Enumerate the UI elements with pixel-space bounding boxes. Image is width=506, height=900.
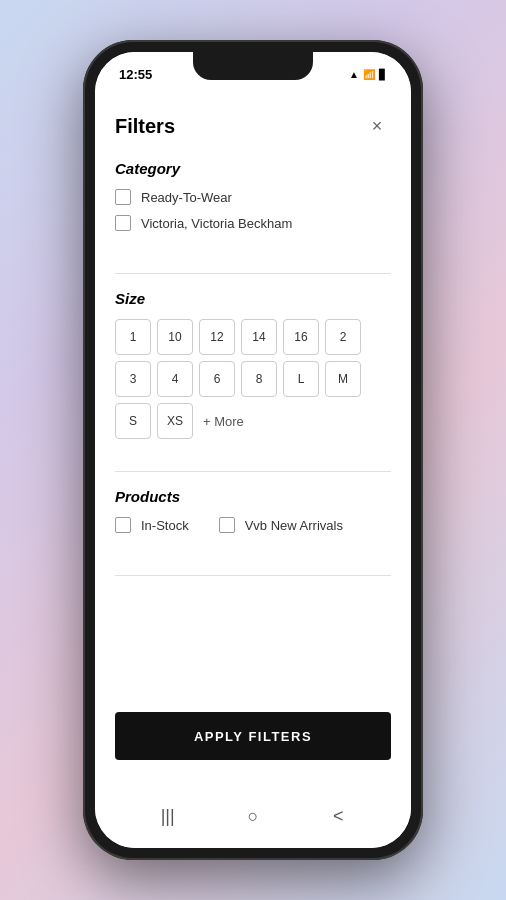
size-btn-4[interactable]: 4 [157, 361, 193, 397]
close-button[interactable]: × [363, 112, 391, 140]
size-btn-XS[interactable]: XS [157, 403, 193, 439]
size-section: Size 1 10 12 14 16 2 3 4 6 8 L M [115, 290, 391, 439]
nav-bars-icon: ||| [148, 796, 188, 836]
nav-back-icon[interactable]: < [318, 796, 358, 836]
spacer [95, 592, 411, 696]
category-section: Category Ready-To-Wear Victoria, Victori… [115, 160, 391, 241]
size-btn-6[interactable]: 6 [199, 361, 235, 397]
size-btn-S[interactable]: S [115, 403, 151, 439]
apply-filters-button[interactable]: APPLY FILTERS [115, 712, 391, 760]
size-btn-L[interactable]: L [283, 361, 319, 397]
divider-3 [115, 575, 391, 576]
label-in-stock: In-Stock [141, 518, 189, 533]
nav-home-icon[interactable]: ○ [233, 796, 273, 836]
notch [193, 52, 313, 80]
sheet-header: Filters × [115, 112, 391, 140]
label-ready-to-wear: Ready-To-Wear [141, 190, 232, 205]
products-title: Products [115, 488, 391, 505]
more-sizes-button[interactable]: + More [199, 403, 248, 439]
filter-sheet: Filters × Category Ready-To-Wear Victori… [95, 96, 411, 592]
category-title: Category [115, 160, 391, 177]
size-btn-M[interactable]: M [325, 361, 361, 397]
size-grid: 1 10 12 14 16 2 3 4 6 8 L M S XS [115, 319, 391, 439]
sheet-title: Filters [115, 115, 175, 138]
checkbox-vvb[interactable] [219, 517, 235, 533]
content-area: Filters × Category Ready-To-Wear Victori… [95, 96, 411, 784]
label-victoria: Victoria, Victoria Beckham [141, 216, 292, 231]
status-icons: ▲ 📶 ▊ [349, 69, 387, 80]
phone-frame: 12:55 ▲ 📶 ▊ Filters × Category [83, 40, 423, 860]
battery-icon: ▊ [379, 69, 387, 80]
size-btn-3[interactable]: 3 [115, 361, 151, 397]
size-btn-12[interactable]: 12 [199, 319, 235, 355]
size-title: Size [115, 290, 391, 307]
category-item-ready-to-wear[interactable]: Ready-To-Wear [115, 189, 391, 205]
signal-icon: ▲ [349, 69, 359, 80]
wifi-icon: 📶 [363, 69, 375, 80]
apply-button-container: APPLY FILTERS [95, 696, 411, 784]
status-time: 12:55 [119, 67, 152, 82]
category-item-victoria[interactable]: Victoria, Victoria Beckham [115, 215, 391, 231]
divider-1 [115, 273, 391, 274]
bottom-nav: ||| ○ < [95, 784, 411, 848]
checkbox-ready-to-wear[interactable] [115, 189, 131, 205]
checkbox-in-stock[interactable] [115, 517, 131, 533]
size-btn-10[interactable]: 10 [157, 319, 193, 355]
size-btn-8[interactable]: 8 [241, 361, 277, 397]
products-row: In-Stock Vvb New Arrivals [115, 517, 391, 543]
checkbox-victoria[interactable] [115, 215, 131, 231]
size-btn-16[interactable]: 16 [283, 319, 319, 355]
size-btn-14[interactable]: 14 [241, 319, 277, 355]
product-item-in-stock[interactable]: In-Stock [115, 517, 189, 533]
size-btn-2[interactable]: 2 [325, 319, 361, 355]
divider-2 [115, 471, 391, 472]
products-section: Products In-Stock Vvb New Arrivals [115, 488, 391, 543]
size-btn-1[interactable]: 1 [115, 319, 151, 355]
label-vvb: Vvb New Arrivals [245, 518, 343, 533]
product-item-vvb[interactable]: Vvb New Arrivals [219, 517, 343, 533]
phone-screen: 12:55 ▲ 📶 ▊ Filters × Category [95, 52, 411, 848]
